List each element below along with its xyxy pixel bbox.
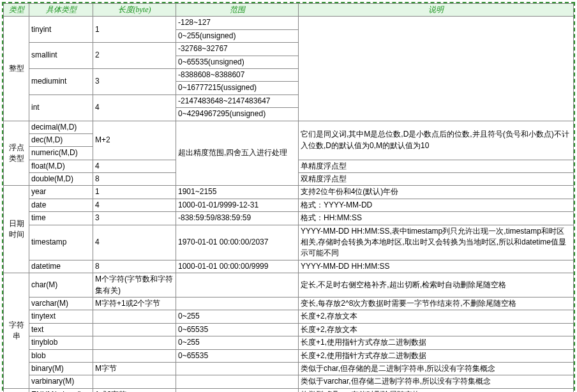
table-row: date 4 1000-01-01/9999-12-31 格式：YYYY-MM-… [4,199,574,211]
cell-range [176,297,299,310]
cell-len [93,336,176,349]
cell-type: ENUM(a,b,c,d) [29,388,93,392]
cell-range: 0~255(unsigned) [176,29,299,42]
cell-range: 1901~2155 [176,186,299,199]
cell-desc: 枚举型,多取一,存储时删除尾随空格 [299,388,574,392]
cell-type: float(M,D) [29,160,93,172]
cell-range: 1970-01-01 00:00:00/2037 [176,225,299,260]
cell-range: 0~65535 [176,349,299,362]
table-row: datetime 8 1000-01-01 00:00:00/9999 YYYY… [4,260,574,273]
cell-category: 特殊 [4,388,29,392]
cell-len: 1或2字节 [93,388,176,392]
cell-range: -8388608~8388607 [176,68,299,81]
table-row: varbinary(M) 类似于varchar,但存储二进制字符串,所以没有字符… [4,375,574,388]
cell-range: 0~65535(unsigned) [176,56,299,68]
table-row: 字符串 char(M) M个字符(字节数和字符集有关) 定长,不足时右侧空格补齐… [4,273,574,298]
cell-len: 8 [93,173,176,186]
table-row: time 3 -838:59:59/838:59:59 格式：HH:MM:SS [4,212,574,225]
cell-type: time [29,212,93,225]
cell-range: 0~255 [176,336,299,349]
cell-type: year [29,186,93,199]
cell-desc [299,17,574,121]
cell-type: char(M) [29,273,93,298]
table-row: 日期时间 year 1 1901~2155 支持2位年份和4位(默认)年份 [4,186,574,199]
table-row: tinytext 0~255 长度+2,存放文本 [4,310,574,323]
cell-range [176,375,299,388]
cell-range [176,388,299,392]
col-range: 范围 [176,4,299,17]
cell-len: M+2 [93,121,176,160]
col-category: 类型 [4,4,29,17]
cell-type: tinyint [29,17,93,43]
cell-type: numeric(M,D) [29,147,93,160]
cell-range: 0~65535 [176,323,299,336]
cell-range: -2147483648~2147483647 [176,94,299,107]
cell-type: tinytext [29,310,93,323]
table-row: text 0~65535 长度+2,存放文本 [4,323,574,336]
cell-len: M字符+1或2个字节 [93,297,176,310]
cell-desc: 单精度浮点型 [299,160,574,172]
cell-len: 2 [93,43,176,69]
cell-type: timestamp [29,225,93,260]
cell-len: 4 [93,199,176,211]
cell-category: 浮点类型 [4,121,29,186]
cell-type: text [29,323,93,336]
table-row: 浮点类型 decimal(M,D) M+2 超出精度范围,四舍五入进行处理 它们… [4,121,574,133]
cell-len: 4 [93,160,176,172]
cell-category: 日期时间 [4,186,29,273]
cell-len: 1 [93,17,176,43]
header-row: 类型 具体类型 长度(byte) 范围 说明 [4,4,574,17]
cell-range: 1000-01-01/9999-12-31 [176,199,299,211]
cell-len: 4 [93,94,176,121]
table-row: binary(M) M字节 类似于char,但存储的是二进制字符串,所以没有字符… [4,362,574,375]
cell-desc: 长度+2,存放文本 [299,323,574,336]
cell-len: 8 [93,260,176,273]
col-description: 说明 [299,4,574,17]
cell-len [93,349,176,362]
cell-desc: 它们是同义词,其中M是总位数,D是小数点后的位数,并且符号(负号和小数点)不计入… [299,121,574,160]
cell-len: 3 [93,68,176,94]
table-row: tinyblob 0~255 长度+1,使用指针方式存放二进制数据 [4,336,574,349]
cell-desc: 长度+2,存放文本 [299,310,574,323]
cell-len [93,375,176,388]
cell-desc: 长度+1,使用指针方式存放二进制数据 [299,336,574,349]
cell-range: 0~4294967295(unsigned) [176,108,299,121]
cell-range: -128~127 [176,17,299,29]
cell-type: smallint [29,43,93,69]
cell-desc: 类似于varchar,但存储二进制字符串,所以没有字符集概念 [299,375,574,388]
cell-category: 整型 [4,17,29,121]
cell-type: varchar(M) [29,297,93,310]
cell-len: M字节 [93,362,176,375]
cell-desc: YYYY-MM-DD HH:MM:SS [299,260,574,273]
cell-len: 3 [93,212,176,225]
cell-desc: 双精度浮点型 [299,173,574,186]
table-container: 类型 具体类型 长度(byte) 范围 说明 整型 tinyint 1 -128… [2,2,575,392]
cell-desc: 格式：YYYY-MM-DD [299,199,574,211]
cell-range: 0~16777215(ussigned) [176,82,299,94]
table-row: 特殊 ENUM(a,b,c,d) 1或2字节 枚举型,多取一,存储时删除尾随空格 [4,388,574,392]
cell-type: decimal(M,D) [29,121,93,133]
cell-len: 4 [93,225,176,260]
cell-range [176,362,299,375]
table-row: blob 0~65535 长度+2,使用指针方式存放二进制数据 [4,349,574,362]
data-types-table: 类型 具体类型 长度(byte) 范围 说明 整型 tinyint 1 -128… [3,3,574,392]
cell-type: tinyblob [29,336,93,349]
cell-range: 1000-01-01 00:00:00/9999 [176,260,299,273]
col-concrete-type: 具体类型 [29,4,93,17]
cell-type: date [29,199,93,211]
cell-category: 字符串 [4,273,29,389]
cell-type: double(M,D) [29,173,93,186]
cell-len [93,310,176,323]
table-row: varchar(M) M字符+1或2个字节 变长,每存放2^8次方数据时需要一字… [4,297,574,310]
cell-len: M个字符(字节数和字符集有关) [93,273,176,298]
cell-desc: 长度+2,使用指针方式存放二进制数据 [299,349,574,362]
col-length: 长度(byte) [93,4,176,17]
cell-desc: 类似于char,但存储的是二进制字符串,所以没有字符集概念 [299,362,574,375]
cell-range [176,273,299,298]
cell-type: int [29,94,93,121]
cell-desc: 变长,每存放2^8次方数据时需要一字节作结束符,不删除尾随空格 [299,297,574,310]
cell-type: mediumint [29,68,93,94]
cell-range: -838:59:59/838:59:59 [176,212,299,225]
cell-range: 超出精度范围,四舍五入进行处理 [176,121,299,186]
cell-type: dec(M,D) [29,133,93,146]
